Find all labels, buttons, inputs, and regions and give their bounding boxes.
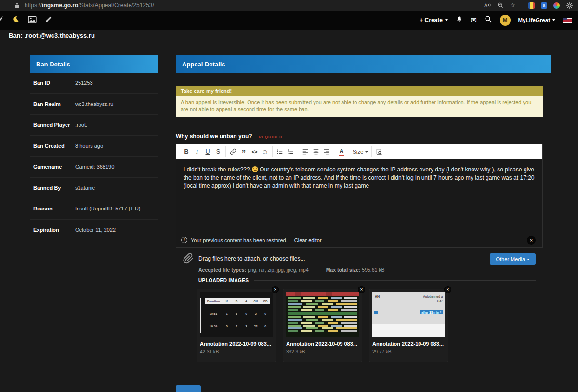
question-row: Why should we unban you? REQUIRED — [176, 133, 283, 140]
attachment-filesize: 332.3 kB — [286, 349, 359, 354]
remove-attachment-button[interactable]: × — [444, 286, 451, 293]
avatar[interactable]: M — [500, 15, 511, 26]
align-center-icon[interactable] — [311, 146, 321, 157]
restore-notice-text: Your previous content has been restored. — [191, 237, 288, 243]
close-icon: × — [274, 287, 277, 292]
notifications-bell-icon[interactable] — [456, 15, 463, 25]
language-flag-icon[interactable] — [563, 18, 572, 23]
gallery-icon[interactable] — [28, 16, 37, 25]
url-text[interactable]: https://ingame.go.ro/Stats/Appeal/Create… — [25, 2, 154, 9]
ban-row-realm: Ban Realmwc3.theabyss.ru — [30, 94, 158, 115]
uploaded-images-header-row: UPLOADED IMAGES — [198, 278, 536, 283]
toolbar-divider — [522, 2, 522, 9]
warning-alert: Take care my friend! A ban appeal is irr… — [176, 86, 543, 117]
clear-editor-link[interactable]: Clear editor — [294, 237, 322, 243]
user-menu[interactable]: MyLifeGreat — [518, 17, 555, 23]
browser-address-bar[interactable]: https://ingame.go.ro/Stats/Appeal/Create… — [0, 0, 578, 11]
editor-content-area[interactable]: I didn't break the rules???.Our country'… — [176, 159, 542, 233]
extension-icon-1[interactable] — [528, 2, 535, 9]
appeal-details-header: Appeal Details — [176, 55, 551, 73]
create-button[interactable]: + Create — [420, 17, 448, 24]
question-label: Why should we unban you? — [176, 133, 252, 140]
quote-button[interactable]: ” — [238, 146, 249, 157]
warning-title: Take care my friend! — [176, 86, 543, 96]
halo-smiley-emoji — [252, 166, 258, 172]
messages-envelope-icon[interactable]: ✉ — [471, 16, 477, 25]
submit-button[interactable] — [176, 385, 201, 392]
ban-row-reason: ReasonInsult (ReportID: 5717 | EU) — [30, 198, 158, 220]
other-media-button[interactable]: Other Media — [490, 253, 536, 265]
extension-icon-2[interactable]: a — [541, 2, 547, 9]
uploaded-image-card-3: × AN Autobanned a UA* after 38m in * Ann… — [369, 289, 448, 362]
image-thumbnail-stats-table[interactable]: Duration K D A CK CD 10:51 1 5 0 2 0 — [200, 292, 273, 337]
dismiss-notice-button[interactable]: × — [527, 236, 536, 245]
editor-footer: i Your previous content has been restore… — [176, 233, 542, 247]
preview-icon[interactable] — [374, 146, 384, 157]
ban-row-expiration: ExpirationOctober 11, 2022 — [30, 220, 158, 241]
align-left-icon[interactable] — [300, 146, 311, 157]
italic-button[interactable]: I — [192, 146, 202, 157]
rich-text-editor: B I U S ” <> ☺ — [176, 144, 543, 248]
uploaded-image-card-2: × Annotation 2022-10-09 083... 332.3 kB — [283, 289, 362, 362]
warning-body: A ban appeal is irreversible. Once it ha… — [176, 96, 543, 117]
attachment-filename: Annotation 2022-10-09 083... — [200, 341, 273, 347]
attachment-filename: Annotation 2022-10-09 083... — [286, 341, 359, 347]
screen: https://ingame.go.ro/Stats/Appeal/Create… — [0, 0, 578, 392]
link-icon[interactable] — [228, 146, 238, 157]
ban-row-banned-by: Banned Bys1atanic — [30, 178, 158, 199]
attachment-filesize: 29.77 kB — [372, 349, 445, 354]
zoom-out-icon[interactable] — [497, 2, 504, 9]
search-icon[interactable] — [485, 15, 492, 25]
divider — [254, 280, 536, 281]
image-thumbnail-game-screenshot[interactable] — [286, 292, 359, 337]
bullet-list-icon[interactable] — [275, 146, 285, 157]
required-badge: REQUIRED — [259, 135, 283, 139]
settings-gear-icon[interactable] — [566, 2, 573, 9]
emoji-button[interactable]: ☺ — [260, 146, 270, 157]
close-icon: × — [447, 287, 449, 292]
remove-attachment-button[interactable]: × — [272, 286, 279, 293]
lock-icon[interactable] — [14, 2, 20, 9]
close-icon: × — [530, 237, 533, 243]
uploaded-images-list: × Duration K D A CK CD 10:51 1 5 — [197, 289, 448, 362]
editor-toolbar: B I U S ” <> ☺ — [176, 144, 542, 159]
page-title: Ban: .root.@wc3.theabyss.ru — [9, 32, 95, 39]
attachment-filesize: 42.31 kB — [200, 349, 273, 354]
strikethrough-button[interactable]: S — [213, 146, 223, 157]
theme-moon-icon[interactable] — [12, 15, 20, 25]
read-aloud-icon[interactable]: A — [484, 2, 491, 8]
favorites-star-icon[interactable]: ☆ — [510, 2, 515, 9]
uploaded-images-label: UPLOADED IMAGES — [198, 278, 249, 283]
file-rules-text: Accepted file types: png, rar, zip, jpg,… — [198, 267, 385, 273]
text-color-button[interactable]: A — [336, 146, 347, 157]
ban-details-header: Ban Details — [30, 55, 158, 73]
info-icon: i — [181, 237, 187, 243]
choose-files-link[interactable]: choose files... — [270, 255, 305, 262]
appeal-details-panel: Appeal Details — [176, 55, 551, 73]
numbered-list-icon[interactable] — [285, 146, 296, 157]
image-thumbnail-autoban-screenshot[interactable]: AN Autobanned a UA* after 38m in * — [372, 292, 445, 337]
underline-button[interactable]: U — [202, 146, 213, 157]
ban-row-created: Ban Created8 hours ago — [30, 136, 158, 157]
size-dropdown[interactable]: Size — [351, 146, 369, 157]
brush-icon[interactable] — [45, 15, 53, 25]
uploaded-image-card-1: × Duration K D A CK CD 10:51 1 5 — [197, 289, 276, 362]
bold-button[interactable]: B — [181, 146, 192, 157]
ban-row-gamename: GamenameGameid: 368190 — [30, 157, 158, 178]
paperclip-icon — [183, 252, 194, 266]
ban-row-id: Ban ID251253 — [30, 73, 158, 94]
cut-off-icon[interactable] — [0, 15, 4, 25]
code-button[interactable]: <> — [249, 146, 260, 157]
ban-details-panel: Ban Details Ban ID251253 Ban Realmwc3.th… — [30, 55, 158, 240]
close-icon: × — [360, 287, 363, 292]
ban-row-player: Banned Player.root. — [30, 115, 158, 136]
extension-icon-3[interactable] — [553, 2, 560, 9]
drag-files-text: Drag files here to attach, or choose fil… — [198, 255, 305, 262]
attachment-filename: Annotation 2022-10-09 083... — [372, 341, 445, 347]
site-navbar: + Create ✉ M MyLifeGreat — [0, 11, 578, 30]
align-right-icon[interactable] — [321, 146, 332, 157]
remove-attachment-button[interactable]: × — [358, 286, 365, 293]
